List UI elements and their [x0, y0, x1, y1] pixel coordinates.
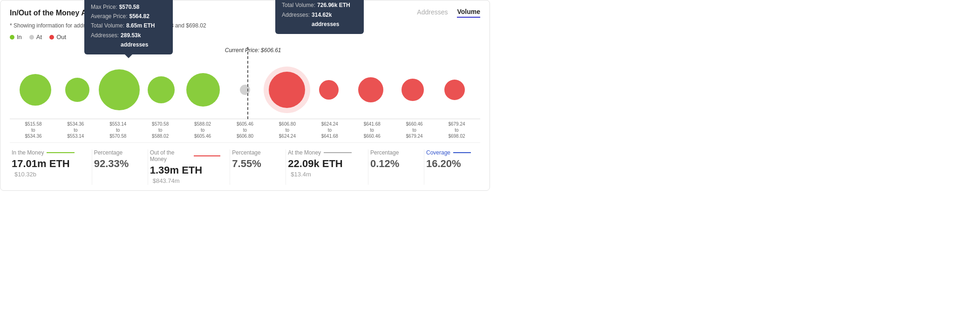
stats-row: In the Money 17.01m ETH $10.32b Percenta… [10, 149, 480, 185]
bubble-col-1 [56, 78, 98, 102]
main-container: In/Out of the Money Around Price ? Addre… [0, 0, 490, 191]
tooltip-right-addr-value: 314.62k addresses [312, 10, 357, 29]
bubble-7[interactable] [319, 80, 339, 100]
stat-pct-value-in: 92.33% [94, 158, 138, 170]
tooltip-left-addr-label: Addresses: [91, 31, 119, 50]
stat-pct-value-at: 0.12% [370, 158, 415, 170]
stat-underline-in [47, 152, 75, 153]
bubble-9[interactable] [402, 79, 424, 101]
bubble-col-4 [182, 73, 224, 107]
stat-group-pct-at: Percentage 0.12% [368, 149, 424, 185]
bubble-6[interactable] [269, 72, 305, 108]
bubble-3[interactable] [148, 76, 175, 103]
x-label-5: $605.46 to $606.80 [224, 119, 266, 138]
tab-volume[interactable]: Volume [457, 8, 480, 18]
x-label-10: $679.24 to $698.02 [436, 119, 478, 138]
x-axis: $515.58 to $534.36 $534.36 to $553.14 $5… [10, 119, 480, 138]
legend-at: At [29, 34, 42, 40]
stat-group-at: At the Money 22.09k ETH $13.4m [286, 149, 368, 185]
x-label-2: $553.14 to $570.58 [97, 119, 139, 138]
header-right: Addresses Volume [417, 8, 480, 18]
tooltip-left-arrow [125, 54, 132, 58]
bubble-0[interactable] [20, 74, 51, 106]
tooltip-right: Min Price: $606.80 Max Price: $624.24 Av… [275, 0, 364, 34]
stat-group-pct-out: Percentage 7.55% [230, 149, 286, 185]
bubble-5[interactable] [240, 85, 250, 95]
stat-value-out: 1.39m ETH $843.74m [150, 164, 221, 185]
legend-label-in: In [17, 34, 22, 40]
tooltip-left-addr-value: 289.53k addresses [121, 31, 166, 50]
x-label-3: $570.58 to $588.02 [139, 119, 182, 138]
tooltip-right-vol-value: 726.96k ETH [317, 0, 350, 10]
bubble-col-3 [140, 76, 182, 103]
stat-underline-at [324, 152, 352, 153]
stat-pct-value-out: 7.55% [232, 158, 276, 170]
x-label-8: $641.68 to $660.46 [351, 119, 393, 138]
bubble-col-0 [14, 74, 56, 106]
subtitle: * Showing information for addresses that… [10, 22, 480, 29]
bubble-col-9 [392, 79, 434, 101]
stat-label-at: At the Money [288, 149, 359, 156]
tab-addresses[interactable]: Addresses [417, 8, 448, 17]
stat-label-in: In the Money [12, 149, 82, 156]
stat-group-coverage: Coverage 16.20% [424, 149, 480, 185]
bubble-col-5 [224, 85, 266, 95]
stat-pct-value-coverage: 16.20% [426, 158, 471, 170]
chart-area: Current Price: $606.61 Min Price: $553.1… [10, 47, 480, 138]
tooltip-left-max-value: $570.58 [119, 2, 139, 12]
divider [10, 142, 480, 143]
x-label-9: $660.46 to $679.24 [393, 119, 436, 138]
x-label-6: $606.80 to $624.24 [266, 119, 308, 138]
current-price-label: Current Price: $606.61 [225, 47, 281, 54]
header: In/Out of the Money Around Price ? Addre… [10, 8, 480, 18]
legend-dot-out [49, 35, 54, 40]
legend-dot-in [10, 35, 14, 40]
legend-dot-at [29, 35, 34, 40]
legend-in: In [10, 34, 22, 40]
tooltip-left-max-label: Max Price: [91, 2, 117, 12]
stat-pct-label-in: Percentage [94, 149, 138, 156]
stat-underline-out [194, 155, 220, 156]
bubble-8[interactable] [358, 77, 383, 102]
legend-out: Out [49, 34, 66, 40]
bubble-1[interactable] [65, 78, 89, 102]
tooltip-right-addr-label: Addresses: [282, 10, 310, 29]
stat-pct-label-at: Percentage [370, 149, 415, 156]
stat-label-coverage: Coverage [426, 149, 471, 156]
bubble-col-10 [434, 80, 476, 100]
current-price-line [247, 47, 248, 119]
tooltip-left-vol-value: 8.65m ETH [126, 21, 155, 30]
stat-underline-coverage [453, 152, 471, 153]
stat-value-at: 22.09k ETH $13.4m [288, 158, 359, 178]
tooltip-right-vol-label: Total Volume: [282, 0, 315, 10]
legend-label-at: At [36, 34, 42, 40]
x-label-4: $588.02 to $605.46 [182, 119, 224, 138]
bubble-2[interactable] [99, 69, 140, 110]
bubble-glow-6 [264, 67, 310, 113]
legend-label-out: Out [56, 34, 66, 40]
bubble-4[interactable] [186, 73, 220, 107]
bubbles-row: Min Price: $553.14 Max Price: $570.58 Av… [10, 60, 480, 119]
stat-group-out: Out of the Money 1.39m ETH $843.74m [148, 149, 231, 185]
tooltip-left-avg-value: $564.82 [129, 12, 150, 21]
stat-group-in: In the Money 17.01m ETH $10.32b [10, 149, 92, 185]
stat-group-pct-in: Percentage 92.33% [92, 149, 148, 185]
stat-label-out: Out of the Money [150, 149, 221, 162]
stat-pct-label-out: Percentage [232, 149, 276, 156]
legend: In At Out [10, 34, 480, 40]
x-label-1: $534.36 to $553.14 [54, 119, 97, 138]
x-label-0: $515.58 to $534.36 [12, 119, 54, 138]
x-label-7: $624.24 to $641.68 [308, 119, 351, 138]
tooltip-left-vol-label: Total Volume: [91, 21, 124, 30]
stat-value-in: 17.01m ETH $10.32b [12, 158, 82, 178]
bubble-col-7 [308, 80, 350, 100]
bubble-10[interactable] [444, 80, 465, 100]
tooltip-left-avg-label: Average Price: [91, 12, 128, 21]
bubble-col-2: Min Price: $553.14 Max Price: $570.58 Av… [98, 69, 140, 110]
tooltip-left: Min Price: $553.14 Max Price: $570.58 Av… [84, 0, 173, 54]
bubble-col-8 [350, 77, 392, 102]
